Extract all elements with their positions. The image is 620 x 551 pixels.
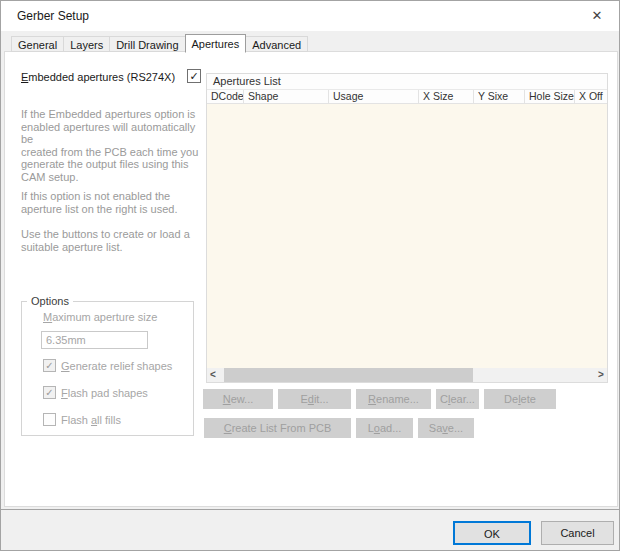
flash-pad-shapes-checkbox[interactable]: ✓ xyxy=(43,386,56,399)
tab-label: Layers xyxy=(70,39,103,51)
apertures-list-body[interactable] xyxy=(207,104,607,368)
column-header-shape[interactable]: Shape xyxy=(244,90,329,103)
window-title: Gerber Setup xyxy=(17,9,89,23)
flash-pad-shapes-label: Flash pad shapes xyxy=(61,387,148,399)
close-icon: ✕ xyxy=(592,8,603,23)
clear-button[interactable]: Clear... xyxy=(436,389,479,409)
column-header-dcode[interactable]: DCode xyxy=(207,90,244,103)
tab-strip: General Layers Drill Drawing Apertures A… xyxy=(11,33,307,52)
horizontal-scrollbar: < > xyxy=(207,368,607,382)
create-list-from-pcb-button[interactable]: Create List From PCB xyxy=(204,418,351,438)
column-header-hole-size[interactable]: Hole Size xyxy=(525,90,575,103)
new-button[interactable]: New... xyxy=(203,389,273,409)
column-header-x-size[interactable]: X Size xyxy=(419,90,474,103)
options-group-title: Options xyxy=(27,295,73,307)
apertures-list-title: Apertures List xyxy=(207,74,607,90)
gerber-setup-dialog: Gerber Setup ✕ General Layers Drill Draw… xyxy=(0,0,620,551)
column-header-y-size[interactable]: Y Sixe xyxy=(474,90,525,103)
scroll-right-button[interactable]: > xyxy=(595,368,607,382)
load-button[interactable]: Load... xyxy=(356,418,413,438)
edit-button[interactable]: Edit... xyxy=(278,389,351,409)
save-button[interactable]: Save... xyxy=(418,418,474,438)
max-aperture-size-input[interactable] xyxy=(41,331,148,349)
tab-label: Drill Drawing xyxy=(116,39,178,51)
column-header-usage[interactable]: Usage xyxy=(329,90,419,103)
close-button[interactable]: ✕ xyxy=(587,7,607,25)
check-icon: ✓ xyxy=(189,70,198,82)
delete-button[interactable]: Delete xyxy=(484,389,556,409)
tab-label: General xyxy=(18,39,57,51)
scrollbar-thumb[interactable] xyxy=(224,368,473,382)
tab-general[interactable]: General xyxy=(11,36,64,52)
rename-button[interactable]: Rename... xyxy=(356,389,431,409)
tab-advanced[interactable]: Advanced xyxy=(245,36,308,52)
generate-relief-shapes-checkbox[interactable]: ✓ xyxy=(43,359,56,372)
description-paragraph: If the Embedded apertures option is enab… xyxy=(21,108,203,183)
tab-label: Apertures xyxy=(192,38,240,50)
tab-label: Advanced xyxy=(252,39,301,51)
chevron-left-icon: < xyxy=(210,369,216,380)
flash-all-fills-checkbox[interactable] xyxy=(43,413,56,426)
chevron-right-icon: > xyxy=(598,369,604,380)
scrollbar-track[interactable] xyxy=(219,368,595,382)
scroll-left-button[interactable]: < xyxy=(207,368,219,382)
tab-drill-drawing[interactable]: Drill Drawing xyxy=(109,36,185,52)
tab-apertures[interactable]: Apertures xyxy=(185,34,247,53)
check-icon: ✓ xyxy=(45,360,53,371)
cancel-button[interactable]: Cancel xyxy=(541,521,614,545)
description-paragraph: If this option is not enabled the apertu… xyxy=(21,190,203,215)
description-paragraph: Use the buttons to create or load a suit… xyxy=(21,228,203,253)
embedded-apertures-label: Embedded apertures (RS274X) xyxy=(21,71,175,83)
apertures-list-panel: Apertures List DCode Shape Usage X Size … xyxy=(206,73,608,383)
check-icon: ✓ xyxy=(45,387,53,398)
embedded-apertures-checkbox[interactable]: ✓ xyxy=(187,69,201,83)
generate-relief-shapes-label: Generate relief shapes xyxy=(61,360,172,372)
tab-layers[interactable]: Layers xyxy=(63,36,110,52)
column-header-x-offset[interactable]: X Off xyxy=(575,90,607,103)
flash-all-fills-label: Flash all fills xyxy=(61,414,121,426)
title-bar: Gerber Setup ✕ xyxy=(1,1,619,31)
footer: OK Cancel xyxy=(1,509,619,551)
apertures-list-header: DCode Shape Usage X Size Y Sixe Hole Siz… xyxy=(207,90,607,104)
max-aperture-size-label: Maximum aperture size xyxy=(43,311,157,323)
ok-button[interactable]: OK xyxy=(453,521,531,545)
